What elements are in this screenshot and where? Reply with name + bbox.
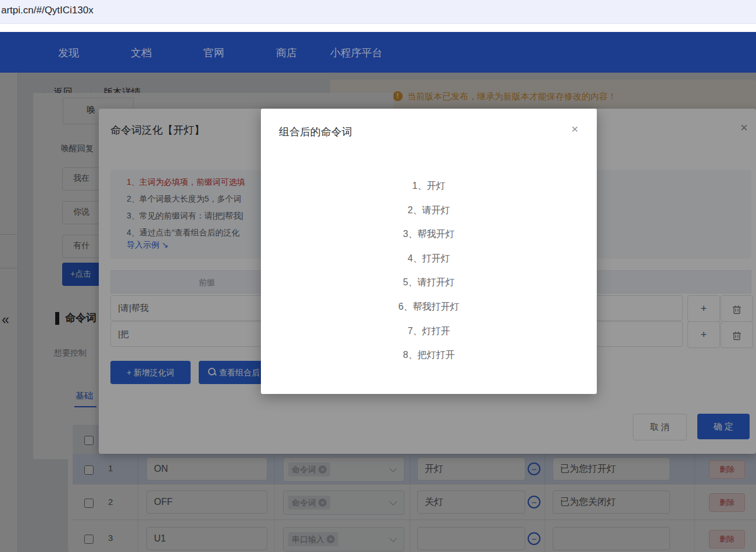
list-item: 4、打开灯	[261, 246, 597, 271]
list-item: 8、把灯打开	[261, 343, 597, 367]
nav-item-docs[interactable]: 文档	[131, 46, 152, 60]
page-top-strip	[0, 24, 756, 32]
browser-url-bar[interactable]: artpi.cn/#/QytICi130x	[0, 0, 756, 24]
combined-commands-modal: 组合后的命令词 × 1、开灯 2、请开灯 3、帮我开灯 4、打开灯 5、请打开灯…	[261, 109, 597, 394]
list-item: 7、灯打开	[261, 319, 597, 343]
close-icon[interactable]: ×	[571, 122, 578, 136]
list-item: 6、帮我打开灯	[261, 295, 597, 319]
list-item: 2、请开灯	[261, 198, 597, 223]
nav-item-store[interactable]: 商店	[276, 46, 297, 60]
combined-commands-list: 1、开灯 2、请开灯 3、帮我开灯 4、打开灯 5、请打开灯 6、帮我打开灯 7…	[261, 174, 597, 367]
nav-item-website[interactable]: 官网	[203, 46, 224, 60]
nav-item-discover[interactable]: 发现	[58, 46, 79, 60]
top-nav: 发现 文档 官网 商店 小程序平台	[0, 32, 756, 73]
list-item: 5、请打开灯	[261, 270, 597, 295]
screen: artpi.cn/#/QytICi130x 发现 文档 官网 商店 小程序平台 …	[0, 0, 756, 552]
list-item: 3、帮我开灯	[261, 222, 597, 246]
nav-item-miniapp[interactable]: 小程序平台	[330, 46, 382, 60]
url-text[interactable]: artpi.cn/#/QytICi130x	[1, 5, 94, 16]
combined-commands-title: 组合后的命令词	[279, 125, 352, 139]
list-item: 1、开灯	[261, 174, 597, 198]
